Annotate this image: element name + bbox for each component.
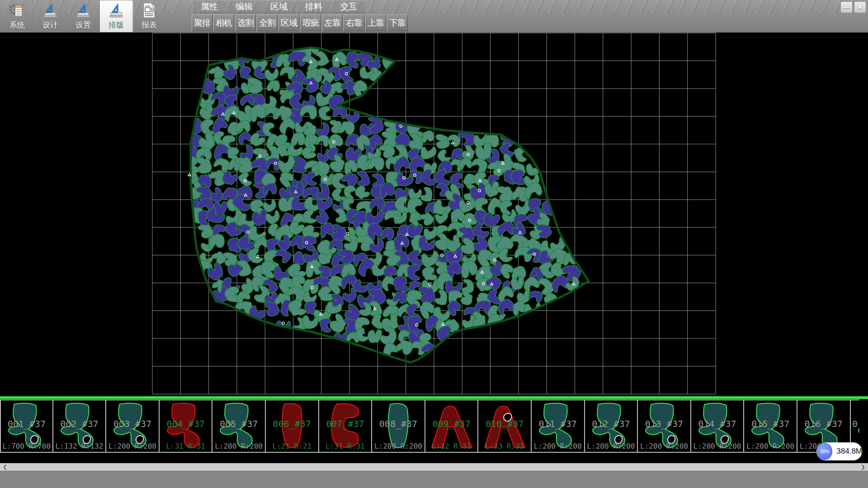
- tool-cut-all[interactable]: 全割: [257, 14, 278, 31]
- scroll-left-arrow-icon[interactable]: ❮: [0, 463, 10, 471]
- piece-thumbnail[interactable]: 011_#37L:200 R:200: [532, 400, 585, 452]
- close-button[interactable]: ✕: [854, 1, 866, 13]
- piece-hole: [614, 436, 622, 443]
- piece-shape: [2, 401, 52, 451]
- piece-thumbnail[interactable]: 010_#37L:33 R:33: [478, 400, 532, 452]
- set-square-icon: [108, 2, 124, 19]
- piece-hole: [83, 436, 90, 443]
- main-button-system[interactable]: 系统: [1, 0, 34, 32]
- menu-tabs: 属性编辑区域排料交互: [192, 0, 367, 13]
- status-bar: [0, 471, 868, 488]
- memory-usage-badge[interactable]: 38% 384.8M: [816, 442, 862, 460]
- tool-defect[interactable]: 瑕疵: [300, 14, 321, 31]
- piece-list-panel: 001_#37L:700 R:700002_#37L:132 R:132003_…: [0, 399, 868, 463]
- menu-tab-edit[interactable]: 编辑: [227, 1, 262, 13]
- piece-thumbnail[interactable]: 005_#37L:200 R:200: [212, 400, 266, 452]
- piece-shape: [480, 401, 529, 451]
- piece-shape: [161, 401, 211, 451]
- piece-thumbnail[interactable]: 015_#37L:200 R:200: [744, 400, 797, 452]
- piece-thumbnail[interactable]: 002_#37L:132 R:132: [53, 400, 107, 452]
- main-toolbar: 系统设计设置排版报表: [1, 0, 166, 32]
- menu-tab-properties[interactable]: 属性: [192, 1, 227, 13]
- tool-buttons: 聚排相机选割全割区域瑕疵左靠右靠上靠下靠: [192, 14, 409, 32]
- ruler-icon: [75, 2, 91, 19]
- piece-shape: [55, 401, 104, 451]
- tool-align-right[interactable]: 右靠: [344, 14, 364, 31]
- toolbar: 系统设计设置排版报表 属性编辑区域排料交互 聚排相机选割全割区域瑕疵左靠右靠上靠…: [0, 0, 868, 33]
- piece-thumbnail[interactable]: 012_#37L:200 R:200: [585, 400, 638, 452]
- piece-thumbnail[interactable]: 003_#37L:200 R:200: [106, 400, 160, 452]
- tool-align-bottom[interactable]: 下靠: [387, 14, 408, 31]
- tool-select-cut[interactable]: 选割: [235, 14, 256, 31]
- tool-align-top[interactable]: 上靠: [365, 14, 386, 31]
- menu-tab-interact[interactable]: 交互: [331, 1, 366, 13]
- main-button-label: 系统: [9, 20, 25, 30]
- report-document-icon: [141, 2, 157, 19]
- ruler-icon: [108, 2, 124, 19]
- piece-shape: [108, 401, 157, 451]
- nesting-canvas[interactable]: [0, 33, 868, 397]
- piece-list[interactable]: 001_#37L:700 R:700002_#37L:132 R:132003_…: [0, 399, 859, 453]
- main-button-label: 设计: [42, 20, 58, 30]
- menu-tab-nesting[interactable]: 排料: [297, 1, 331, 13]
- piece-thumbnail[interactable]: 009_#37L:32 R:31: [425, 400, 479, 452]
- set-square-icon: [75, 2, 91, 19]
- main-button-design[interactable]: 设计: [34, 0, 67, 32]
- set-square-icon: [42, 2, 58, 19]
- piece-hole: [136, 436, 143, 443]
- piece-shape: [639, 401, 689, 451]
- piece-thumbnail[interactable]: 001_#37L:700 R:700: [0, 400, 53, 452]
- tool-cluster-nest[interactable]: 聚排: [192, 14, 212, 31]
- piece-thumbnail[interactable]: 013_#37L:200 R:200: [638, 400, 691, 452]
- piece-shape: [267, 401, 317, 451]
- system-icon: [9, 2, 25, 19]
- piece-shape: [373, 401, 423, 451]
- system-gear-icon: [9, 2, 25, 19]
- menu-tab-region[interactable]: 区域: [262, 1, 297, 13]
- piece-hole: [721, 436, 728, 443]
- report-icon: [141, 2, 157, 19]
- piece-shape: [214, 401, 264, 451]
- piece-thumbnail[interactable]: 014_#37L:200 R:200: [691, 400, 745, 452]
- main-button-report[interactable]: 报表: [133, 0, 166, 32]
- main-button-label: 设置: [75, 20, 91, 30]
- tool-align-left[interactable]: 左靠: [322, 14, 343, 31]
- piece-thumbnail[interactable]: 008_#37L:200 R:200: [372, 400, 425, 452]
- piece-shape: [533, 401, 583, 451]
- main-button-nesting[interactable]: 排版: [100, 0, 133, 32]
- minimize-button[interactable]: —: [840, 1, 853, 13]
- piece-thumbnail[interactable]: 007_#37L:31 R:31: [319, 400, 373, 452]
- nesting-svg[interactable]: [0, 33, 868, 397]
- piece-hole: [668, 436, 675, 443]
- piece-shape: [745, 401, 795, 451]
- piece-shape: [427, 401, 476, 451]
- main-button-settings[interactable]: 设置: [67, 0, 100, 32]
- horizontal-scrollbar[interactable]: ❮ ❯: [0, 463, 868, 471]
- main-button-label: 报表: [142, 20, 157, 30]
- piece-shape: [321, 401, 370, 451]
- piece-thumbnail[interactable]: 004_#37L:31 R:31: [160, 400, 213, 452]
- piece-shape: [693, 401, 742, 451]
- piece-thumbnail[interactable]: 006_#37L:21 R:21: [266, 400, 319, 452]
- tool-region[interactable]: 区域: [278, 14, 299, 31]
- memory-text: 384.8M: [836, 447, 862, 456]
- piece-shape: [586, 401, 636, 451]
- window-controls: — ✕: [840, 1, 866, 13]
- tool-camera[interactable]: 相机: [213, 14, 234, 31]
- main-button-label: 排版: [108, 20, 124, 30]
- application-window: 系统设计设置排版报表 属性编辑区域排料交互 聚排相机选割全割区域瑕疵左靠右靠上靠…: [0, 0, 868, 488]
- piece-hole: [504, 413, 511, 422]
- piece-hole: [31, 436, 38, 443]
- ruler-icon: [42, 2, 58, 19]
- progress-circle: 38%: [817, 443, 832, 460]
- scroll-right-arrow-icon[interactable]: ❯: [858, 463, 868, 471]
